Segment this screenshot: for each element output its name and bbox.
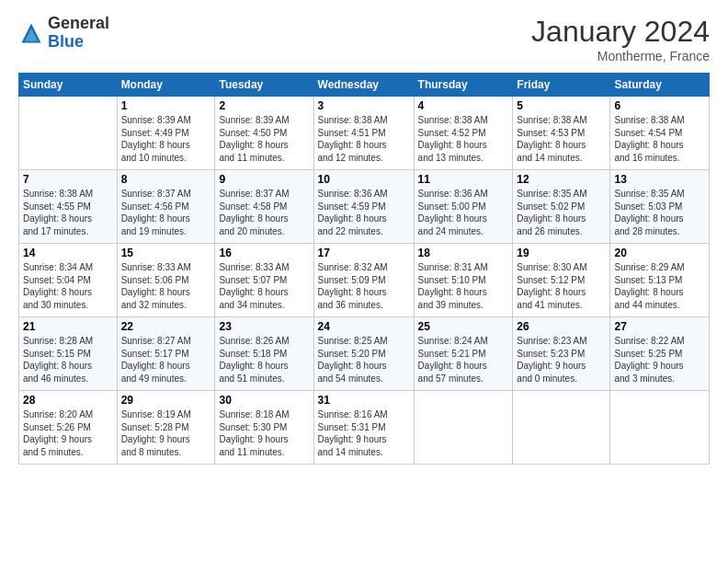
day-info: Sunrise: 8:38 AM Sunset: 4:52 PM Dayligh… [418,114,509,164]
day-number: 23 [219,320,309,333]
day-info: Sunrise: 8:39 AM Sunset: 4:50 PM Dayligh… [219,114,309,164]
day-info: Sunrise: 8:35 AM Sunset: 5:03 PM Dayligh… [614,188,705,237]
day-info: Sunrise: 8:30 AM Sunset: 5:12 PM Dayligh… [517,261,606,311]
day-number: 30 [219,394,309,407]
table-row: 17Sunrise: 8:32 AM Sunset: 5:09 PM Dayli… [313,244,414,317]
table-row: 12Sunrise: 8:35 AM Sunset: 5:02 PM Dayli… [513,170,610,244]
day-info: Sunrise: 8:33 AM Sunset: 5:06 PM Dayligh… [121,261,211,311]
logo-text: General Blue [48,15,109,52]
table-row: 31Sunrise: 8:16 AM Sunset: 5:31 PM Dayli… [313,391,414,465]
table-row: 24Sunrise: 8:25 AM Sunset: 5:20 PM Dayli… [313,317,414,391]
table-row: 7Sunrise: 8:38 AM Sunset: 4:55 PM Daylig… [19,170,118,244]
table-row: 21Sunrise: 8:28 AM Sunset: 5:15 PM Dayli… [19,317,118,391]
table-row: 2Sunrise: 8:39 AM Sunset: 4:50 PM Daylig… [215,97,313,170]
day-number: 4 [418,99,509,112]
table-row: 3Sunrise: 8:38 AM Sunset: 4:51 PM Daylig… [313,97,414,170]
day-info: Sunrise: 8:16 AM Sunset: 5:31 PM Dayligh… [318,408,410,458]
day-info: Sunrise: 8:31 AM Sunset: 5:10 PM Dayligh… [418,261,509,311]
calendar-header-row: Sunday Monday Tuesday Wednesday Thursday… [19,74,710,97]
col-tuesday: Tuesday [215,74,313,97]
day-info: Sunrise: 8:18 AM Sunset: 5:30 PM Dayligh… [219,408,309,458]
col-saturday: Saturday [610,74,710,97]
table-row: 23Sunrise: 8:26 AM Sunset: 5:18 PM Dayli… [215,317,313,391]
table-row: 10Sunrise: 8:36 AM Sunset: 4:59 PM Dayli… [313,170,414,244]
col-wednesday: Wednesday [313,74,414,97]
day-number: 29 [121,394,211,407]
table-row: 14Sunrise: 8:34 AM Sunset: 5:04 PM Dayli… [19,244,118,317]
day-info: Sunrise: 8:24 AM Sunset: 5:21 PM Dayligh… [418,335,509,385]
logo-blue-text: Blue [48,33,109,52]
day-number: 26 [517,320,606,333]
table-row: 11Sunrise: 8:36 AM Sunset: 5:00 PM Dayli… [414,170,513,244]
day-number: 20 [614,247,705,259]
day-number: 19 [517,247,606,259]
day-number: 24 [318,320,410,333]
day-info: Sunrise: 8:28 AM Sunset: 5:15 PM Dayligh… [23,335,113,385]
day-info: Sunrise: 8:19 AM Sunset: 5:28 PM Dayligh… [121,408,211,458]
table-row: 16Sunrise: 8:33 AM Sunset: 5:07 PM Dayli… [215,244,313,317]
day-number: 18 [418,247,509,259]
day-info: Sunrise: 8:37 AM Sunset: 4:58 PM Dayligh… [219,188,309,237]
day-number: 12 [517,173,606,186]
day-number: 3 [318,99,410,112]
day-number: 25 [418,320,509,333]
day-number: 8 [121,173,211,186]
table-row [19,97,118,170]
day-number: 28 [23,394,113,407]
day-info: Sunrise: 8:38 AM Sunset: 4:54 PM Dayligh… [614,114,705,164]
table-row: 29Sunrise: 8:19 AM Sunset: 5:28 PM Dayli… [117,391,215,465]
day-info: Sunrise: 8:33 AM Sunset: 5:07 PM Dayligh… [219,261,309,311]
logo-general-text: General [48,15,109,33]
col-thursday: Thursday [414,74,513,97]
table-row: 1Sunrise: 8:39 AM Sunset: 4:49 PM Daylig… [117,97,215,170]
table-row: 20Sunrise: 8:29 AM Sunset: 5:13 PM Dayli… [610,244,710,317]
table-row: 15Sunrise: 8:33 AM Sunset: 5:06 PM Dayli… [117,244,215,317]
table-row: 6Sunrise: 8:38 AM Sunset: 4:54 PM Daylig… [610,97,710,170]
day-number: 16 [219,247,309,259]
table-row: 19Sunrise: 8:30 AM Sunset: 5:12 PM Dayli… [513,244,610,317]
logo: General Blue [18,15,109,52]
day-number: 2 [219,99,309,112]
day-number: 31 [318,394,410,407]
calendar-table: Sunday Monday Tuesday Wednesday Thursday… [18,73,710,465]
table-row: 25Sunrise: 8:24 AM Sunset: 5:21 PM Dayli… [414,317,513,391]
day-info: Sunrise: 8:38 AM Sunset: 4:53 PM Dayligh… [517,114,606,164]
day-info: Sunrise: 8:26 AM Sunset: 5:18 PM Dayligh… [219,335,309,385]
day-info: Sunrise: 8:29 AM Sunset: 5:13 PM Dayligh… [614,261,705,311]
location-subtitle: Montherme, France [531,49,710,63]
day-number: 17 [318,247,410,259]
col-sunday: Sunday [19,74,118,97]
day-info: Sunrise: 8:23 AM Sunset: 5:23 PM Dayligh… [517,335,606,385]
day-info: Sunrise: 8:32 AM Sunset: 5:09 PM Dayligh… [318,261,410,311]
day-number: 1 [121,99,211,112]
day-number: 13 [614,173,705,186]
table-row: 27Sunrise: 8:22 AM Sunset: 5:25 PM Dayli… [610,317,710,391]
day-number: 21 [23,320,113,333]
day-number: 9 [219,173,309,186]
day-info: Sunrise: 8:36 AM Sunset: 4:59 PM Dayligh… [318,188,410,237]
table-row: 30Sunrise: 8:18 AM Sunset: 5:30 PM Dayli… [215,391,313,465]
day-number: 14 [23,247,113,259]
day-number: 7 [23,173,113,186]
day-number: 22 [121,320,211,333]
day-info: Sunrise: 8:20 AM Sunset: 5:26 PM Dayligh… [23,408,113,458]
day-number: 15 [121,247,211,259]
col-friday: Friday [513,74,610,97]
table-row [513,391,610,465]
header: General Blue January 2024 Montherme, Fra… [18,15,710,63]
table-row: 26Sunrise: 8:23 AM Sunset: 5:23 PM Dayli… [513,317,610,391]
col-monday: Monday [117,74,215,97]
day-info: Sunrise: 8:38 AM Sunset: 4:55 PM Dayligh… [23,188,113,237]
table-row [414,391,513,465]
page: General Blue January 2024 Montherme, Fra… [0,0,728,563]
day-info: Sunrise: 8:22 AM Sunset: 5:25 PM Dayligh… [614,335,705,385]
calendar-week-row: 21Sunrise: 8:28 AM Sunset: 5:15 PM Dayli… [19,317,710,391]
day-info: Sunrise: 8:35 AM Sunset: 5:02 PM Dayligh… [517,188,606,237]
calendar-week-row: 14Sunrise: 8:34 AM Sunset: 5:04 PM Dayli… [19,244,710,317]
day-info: Sunrise: 8:39 AM Sunset: 4:49 PM Dayligh… [121,114,211,164]
day-number: 27 [614,320,705,333]
table-row: 28Sunrise: 8:20 AM Sunset: 5:26 PM Dayli… [19,391,118,465]
table-row: 18Sunrise: 8:31 AM Sunset: 5:10 PM Dayli… [414,244,513,317]
day-number: 10 [318,173,410,186]
day-info: Sunrise: 8:27 AM Sunset: 5:17 PM Dayligh… [121,335,211,385]
